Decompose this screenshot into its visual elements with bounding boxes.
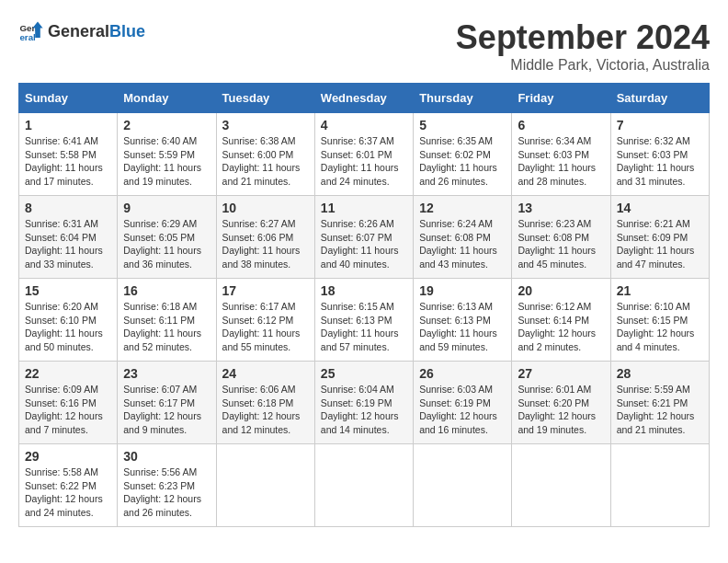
- day-detail: Sunrise: 6:15 AM Sunset: 6:13 PM Dayligh…: [321, 300, 407, 354]
- day-detail: Sunrise: 6:12 AM Sunset: 6:14 PM Dayligh…: [518, 300, 604, 354]
- calendar-cell: 3 Sunrise: 6:38 AM Sunset: 6:00 PM Dayli…: [216, 113, 314, 196]
- logo-text-blue: Blue: [109, 22, 145, 41]
- day-detail: Sunrise: 5:56 AM Sunset: 6:23 PM Dayligh…: [123, 465, 210, 520]
- calendar-cell: 9 Sunrise: 6:29 AM Sunset: 6:05 PM Dayli…: [118, 196, 216, 279]
- day-detail: Sunrise: 6:37 AM Sunset: 6:01 PM Dayligh…: [321, 134, 407, 189]
- day-number: 10: [222, 201, 309, 215]
- day-number: 4: [321, 118, 407, 132]
- day-number: 1: [25, 118, 111, 132]
- day-detail: Sunrise: 5:59 AM Sunset: 6:21 PM Dayligh…: [617, 383, 703, 437]
- day-detail: Sunrise: 6:41 AM Sunset: 5:58 PM Dayligh…: [25, 134, 111, 189]
- day-detail: Sunrise: 6:29 AM Sunset: 6:05 PM Dayligh…: [123, 217, 210, 271]
- calendar-cell: 12 Sunrise: 6:24 AM Sunset: 6:08 PM Dayl…: [414, 196, 512, 279]
- day-number: 9: [123, 201, 210, 215]
- day-number: 23: [123, 366, 210, 381]
- calendar-cell: 14 Sunrise: 6:21 AM Sunset: 6:09 PM Dayl…: [610, 196, 709, 279]
- calendar-cell: 7 Sunrise: 6:32 AM Sunset: 6:03 PM Dayli…: [610, 113, 709, 196]
- calendar-cell: 22 Sunrise: 6:09 AM Sunset: 6:16 PM Dayl…: [19, 362, 118, 444]
- day-number: 29: [25, 449, 111, 464]
- day-detail: Sunrise: 6:24 AM Sunset: 6:08 PM Dayligh…: [419, 217, 506, 271]
- calendar-cell: 27 Sunrise: 6:01 AM Sunset: 6:20 PM Dayl…: [512, 362, 610, 444]
- page-header: Gen eral General Blue September 2024 Mid…: [18, 18, 710, 74]
- calendar-week-3: 15 Sunrise: 6:20 AM Sunset: 6:10 PM Dayl…: [19, 279, 710, 362]
- day-detail: Sunrise: 6:13 AM Sunset: 6:13 PM Dayligh…: [419, 300, 506, 354]
- day-number: 16: [123, 283, 210, 298]
- day-number: 11: [321, 201, 407, 215]
- day-detail: Sunrise: 6:21 AM Sunset: 6:09 PM Dayligh…: [617, 217, 703, 271]
- day-detail: Sunrise: 6:27 AM Sunset: 6:06 PM Dayligh…: [222, 217, 309, 271]
- col-sunday: Sunday: [19, 84, 118, 113]
- calendar-cell: [610, 444, 709, 527]
- day-number: 8: [25, 201, 111, 215]
- day-detail: Sunrise: 6:07 AM Sunset: 6:17 PM Dayligh…: [123, 383, 210, 437]
- day-detail: Sunrise: 6:34 AM Sunset: 6:03 PM Dayligh…: [518, 134, 604, 189]
- day-detail: Sunrise: 6:20 AM Sunset: 6:10 PM Dayligh…: [25, 300, 111, 354]
- day-number: 27: [518, 366, 604, 381]
- day-detail: Sunrise: 6:01 AM Sunset: 6:20 PM Dayligh…: [518, 383, 604, 437]
- calendar-week-2: 8 Sunrise: 6:31 AM Sunset: 6:04 PM Dayli…: [19, 196, 710, 279]
- calendar-cell: 24 Sunrise: 6:06 AM Sunset: 6:18 PM Dayl…: [216, 362, 314, 444]
- day-number: 22: [25, 366, 111, 381]
- header-row: Sunday Monday Tuesday Wednesday Thursday…: [19, 84, 710, 113]
- subtitle: Middle Park, Victoria, Australia: [456, 57, 710, 74]
- calendar-cell: 4 Sunrise: 6:37 AM Sunset: 6:01 PM Dayli…: [314, 113, 413, 196]
- calendar-cell: 28 Sunrise: 5:59 AM Sunset: 6:21 PM Dayl…: [610, 362, 709, 444]
- day-number: 7: [617, 118, 703, 132]
- calendar-cell: 2 Sunrise: 6:40 AM Sunset: 5:59 PM Dayli…: [118, 113, 216, 196]
- calendar-cell: [314, 444, 413, 527]
- calendar-cell: 21 Sunrise: 6:10 AM Sunset: 6:15 PM Dayl…: [610, 279, 709, 362]
- day-number: 6: [518, 118, 604, 132]
- calendar-cell: 16 Sunrise: 6:18 AM Sunset: 6:11 PM Dayl…: [118, 279, 216, 362]
- day-number: 20: [518, 283, 604, 298]
- day-detail: Sunrise: 6:35 AM Sunset: 6:02 PM Dayligh…: [419, 134, 506, 189]
- calendar-week-4: 22 Sunrise: 6:09 AM Sunset: 6:16 PM Dayl…: [19, 362, 710, 444]
- day-detail: Sunrise: 5:58 AM Sunset: 6:22 PM Dayligh…: [25, 465, 111, 520]
- title-section: September 2024 Middle Park, Victoria, Au…: [456, 18, 710, 74]
- col-friday: Friday: [512, 84, 610, 113]
- calendar-cell: [216, 444, 314, 527]
- calendar-cell: 19 Sunrise: 6:13 AM Sunset: 6:13 PM Dayl…: [414, 279, 512, 362]
- calendar-cell: 13 Sunrise: 6:23 AM Sunset: 6:08 PM Dayl…: [512, 196, 610, 279]
- calendar-cell: 29 Sunrise: 5:58 AM Sunset: 6:22 PM Dayl…: [19, 444, 118, 527]
- logo-icon: Gen eral: [18, 18, 44, 44]
- calendar-header: Sunday Monday Tuesday Wednesday Thursday…: [19, 84, 710, 113]
- day-number: 28: [617, 366, 703, 381]
- calendar-body: 1 Sunrise: 6:41 AM Sunset: 5:58 PM Dayli…: [19, 113, 710, 527]
- col-tuesday: Tuesday: [216, 84, 314, 113]
- day-detail: Sunrise: 6:06 AM Sunset: 6:18 PM Dayligh…: [222, 383, 309, 437]
- col-monday: Monday: [118, 84, 216, 113]
- day-detail: Sunrise: 6:17 AM Sunset: 6:12 PM Dayligh…: [222, 300, 309, 354]
- calendar-cell: 17 Sunrise: 6:17 AM Sunset: 6:12 PM Dayl…: [216, 279, 314, 362]
- calendar-week-1: 1 Sunrise: 6:41 AM Sunset: 5:58 PM Dayli…: [19, 113, 710, 196]
- day-number: 3: [222, 118, 309, 132]
- day-number: 25: [321, 366, 407, 381]
- logo: Gen eral General Blue: [18, 18, 145, 44]
- calendar-cell: 11 Sunrise: 6:26 AM Sunset: 6:07 PM Dayl…: [314, 196, 413, 279]
- day-number: 21: [617, 283, 703, 298]
- calendar-cell: 30 Sunrise: 5:56 AM Sunset: 6:23 PM Dayl…: [118, 444, 216, 527]
- calendar-cell: 26 Sunrise: 6:03 AM Sunset: 6:19 PM Dayl…: [414, 362, 512, 444]
- day-detail: Sunrise: 6:38 AM Sunset: 6:00 PM Dayligh…: [222, 134, 309, 189]
- day-number: 2: [123, 118, 210, 132]
- calendar-cell: 20 Sunrise: 6:12 AM Sunset: 6:14 PM Dayl…: [512, 279, 610, 362]
- calendar-cell: 8 Sunrise: 6:31 AM Sunset: 6:04 PM Dayli…: [19, 196, 118, 279]
- day-detail: Sunrise: 6:09 AM Sunset: 6:16 PM Dayligh…: [25, 383, 111, 437]
- day-detail: Sunrise: 6:04 AM Sunset: 6:19 PM Dayligh…: [321, 383, 407, 437]
- calendar-week-5: 29 Sunrise: 5:58 AM Sunset: 6:22 PM Dayl…: [19, 444, 710, 527]
- day-number: 24: [222, 366, 309, 381]
- day-number: 12: [419, 201, 506, 215]
- day-number: 5: [419, 118, 506, 132]
- day-number: 19: [419, 283, 506, 298]
- day-number: 13: [518, 201, 604, 215]
- day-number: 17: [222, 283, 309, 298]
- day-detail: Sunrise: 6:40 AM Sunset: 5:59 PM Dayligh…: [123, 134, 210, 189]
- day-number: 18: [321, 283, 407, 298]
- main-title: September 2024: [456, 18, 710, 57]
- calendar-table: Sunday Monday Tuesday Wednesday Thursday…: [18, 83, 710, 527]
- col-wednesday: Wednesday: [314, 84, 413, 113]
- day-detail: Sunrise: 6:32 AM Sunset: 6:03 PM Dayligh…: [617, 134, 703, 189]
- day-detail: Sunrise: 6:10 AM Sunset: 6:15 PM Dayligh…: [617, 300, 703, 354]
- calendar-cell: 15 Sunrise: 6:20 AM Sunset: 6:10 PM Dayl…: [19, 279, 118, 362]
- calendar-cell: [512, 444, 610, 527]
- day-detail: Sunrise: 6:23 AM Sunset: 6:08 PM Dayligh…: [518, 217, 604, 271]
